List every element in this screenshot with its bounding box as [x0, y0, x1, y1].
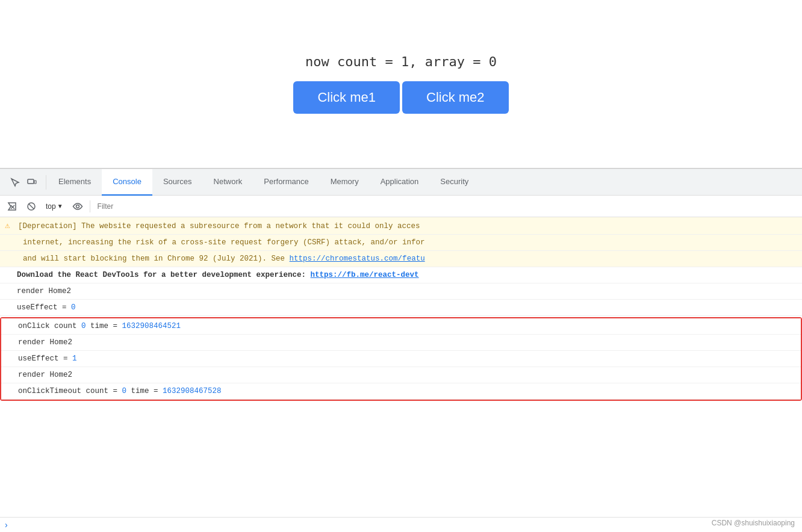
- render-home2-line2: render Home2: [1, 335, 801, 351]
- context-selector[interactable]: top ▼: [43, 201, 66, 212]
- warning-icon: ⚠: [5, 221, 10, 230]
- tab-performance[interactable]: Performance: [253, 169, 319, 196]
- onclick-timeout-line: onClickTimeout count = 0 time = 16329084…: [1, 383, 801, 400]
- deprecation-warning-line3: and will start blocking them in Chrome 9…: [0, 251, 802, 267]
- render-home2-line1: render Home2: [0, 283, 802, 300]
- tab-sources[interactable]: Sources: [152, 169, 203, 196]
- devtools-panel: Elements Console Sources Network Perform…: [0, 169, 802, 532]
- highlighted-console-block: onClick count 0 time = 1632908464521 ren…: [0, 317, 802, 401]
- click-me1-button[interactable]: Click me1: [293, 81, 400, 114]
- tab-application[interactable]: Application: [370, 169, 430, 196]
- tab-console[interactable]: Console: [102, 169, 152, 196]
- tab-divider: [46, 175, 46, 190]
- tab-memory[interactable]: Memory: [320, 169, 370, 196]
- click-me2-button[interactable]: Click me2: [402, 81, 509, 114]
- page-counter-text: now count = 1, array = 0: [305, 54, 497, 69]
- devtools-tabs-bar: Elements Console Sources Network Perform…: [0, 169, 802, 196]
- svg-rect-1: [34, 181, 36, 184]
- deprecation-warning-line1: ⚠ [Deprecation] The website requested a …: [0, 217, 802, 235]
- deprecation-warning-line2: internet, increasing the risk of a cross…: [0, 235, 802, 251]
- console-prompt-bar: ›: [0, 517, 802, 532]
- clear-console-icon[interactable]: [5, 199, 19, 214]
- svg-rect-0: [28, 179, 34, 184]
- deprecation-link[interactable]: https://chromestatus.com/featu: [290, 255, 425, 263]
- filter-input[interactable]: [95, 201, 797, 212]
- no-errors-icon[interactable]: [24, 199, 39, 214]
- devtools-icons-group: [2, 176, 45, 189]
- tab-elements[interactable]: Elements: [48, 169, 102, 196]
- tab-security[interactable]: Security: [429, 169, 479, 196]
- inspect-icon[interactable]: [8, 176, 22, 189]
- prompt-chevron-icon: ›: [5, 520, 8, 530]
- live-expressions-icon[interactable]: [70, 199, 85, 214]
- toolbar-divider: [90, 200, 90, 212]
- console-output: ⚠ [Deprecation] The website requested a …: [0, 217, 802, 517]
- use-effect-line1: useEffect = 0: [0, 300, 802, 316]
- react-devtools-link[interactable]: https://fb.me/react-devt: [311, 271, 419, 279]
- devtools-download-line: Download the React DevTools for a better…: [0, 267, 802, 283]
- watermark: CSDN @shuishuixiaoping: [712, 519, 795, 527]
- button-row: Click me1 Click me2: [293, 81, 508, 114]
- console-toolbar: top ▼: [0, 196, 802, 217]
- svg-point-7: [76, 205, 79, 208]
- use-effect-line2: useEffect = 1: [1, 351, 801, 367]
- onclick-count-line: onClick count 0 time = 1632908464521: [1, 318, 801, 335]
- tab-network[interactable]: Network: [203, 169, 253, 196]
- browser-page: now count = 1, array = 0 Click me1 Click…: [0, 0, 802, 169]
- console-prompt-input[interactable]: [11, 521, 797, 529]
- svg-line-6: [29, 204, 34, 209]
- device-toolbar-icon[interactable]: [25, 176, 39, 189]
- render-home2-line3: render Home2: [1, 367, 801, 383]
- chevron-down-icon: ▼: [57, 203, 63, 209]
